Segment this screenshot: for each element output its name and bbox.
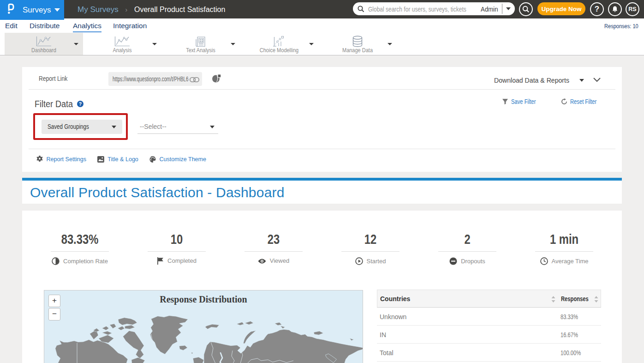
svg-text:?: ? — [79, 101, 82, 107]
